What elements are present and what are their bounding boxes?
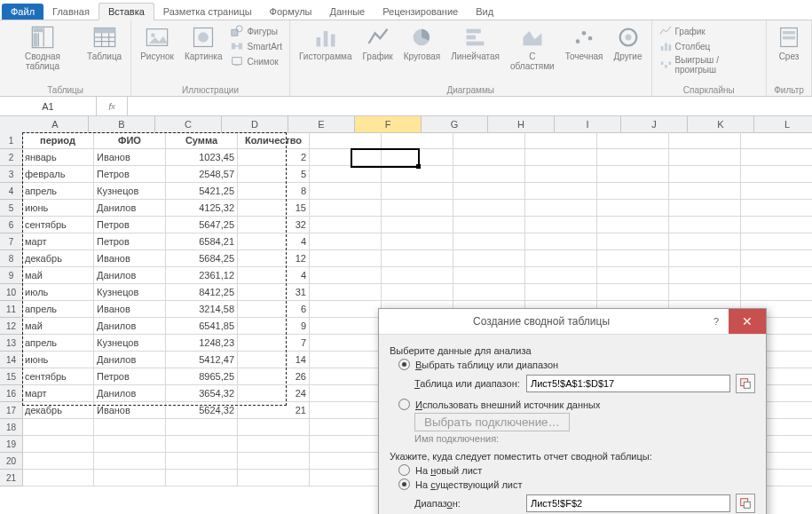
cell[interactable]: сентябрь [22,368,94,385]
col-header-L[interactable]: L [754,116,812,133]
cell[interactable]: Иванов [94,250,166,267]
tab-0[interactable]: Главная [43,4,99,20]
cell[interactable]: Петров [94,233,166,250]
cell[interactable] [741,284,812,301]
cell[interactable]: 8 [238,183,310,200]
cell[interactable] [310,368,382,385]
col-header-C[interactable]: C [155,116,222,133]
cell[interactable] [597,200,669,217]
cell[interactable]: Количество [238,132,310,149]
help-button[interactable]: ? [704,309,729,334]
cell[interactable] [741,132,812,149]
cell[interactable] [310,402,382,419]
cell[interactable] [310,318,382,335]
cell[interactable] [525,217,597,233]
tab-1[interactable]: Вставка [99,3,154,20]
cell[interactable] [166,453,238,470]
radio-external[interactable]: Использовать внешний источник данных [398,399,755,410]
cell[interactable] [669,284,741,301]
chart-area-button[interactable]: С областями [507,22,558,73]
tab-2[interactable]: Разметка страницы [154,4,261,20]
cell[interactable] [669,183,741,200]
cell[interactable] [741,250,812,267]
cell[interactable] [453,132,525,149]
cell[interactable] [310,436,382,453]
cell[interactable]: 4 [238,233,310,250]
table-button[interactable]: Таблица [83,22,125,64]
cell[interactable] [310,217,382,233]
cell[interactable] [597,149,669,166]
row-header-5[interactable]: 5 [0,200,23,217]
cell[interactable]: 1023,45 [166,149,238,166]
cell[interactable] [525,132,597,149]
cell[interactable] [525,166,597,183]
cell[interactable] [166,419,238,436]
cell[interactable] [453,267,525,284]
cell[interactable] [669,233,741,250]
tab-5[interactable]: Рецензирование [374,4,467,20]
cell[interactable]: 7 [238,335,310,352]
row-header-21[interactable]: 21 [0,470,23,486]
cell[interactable] [525,149,597,166]
cell[interactable]: декабрь [22,250,94,267]
col-header-G[interactable]: G [422,116,488,133]
cell[interactable]: Данилов [94,352,166,368]
radio-new-sheet[interactable]: На новый лист [398,464,755,476]
cell[interactable]: июнь [22,352,94,368]
cell[interactable]: 5647,25 [166,217,238,233]
sparkline-col-button[interactable]: Столбец [658,39,761,53]
cell[interactable] [669,250,741,267]
cell[interactable]: 1248,23 [166,335,238,352]
cell[interactable] [238,453,310,470]
cell[interactable] [525,267,597,284]
chart-other-button[interactable]: Другие [610,22,645,64]
cell[interactable] [310,250,382,267]
cell[interactable]: апрель [22,301,94,318]
cell[interactable] [382,149,453,166]
cell[interactable]: Кузнецов [94,284,166,301]
cell[interactable] [597,267,669,284]
cell[interactable]: 2 [238,149,310,166]
cell[interactable] [238,419,310,436]
select-all-corner[interactable] [0,116,23,133]
location-input[interactable] [526,494,730,512]
cell[interactable] [453,149,525,166]
cell[interactable]: 3214,58 [166,301,238,318]
cell[interactable] [94,453,166,470]
row-header-14[interactable]: 14 [0,352,23,368]
tab-3[interactable]: Формулы [261,4,321,20]
cell[interactable] [669,132,741,149]
cell[interactable] [741,267,812,284]
cell[interactable] [741,200,812,217]
cell[interactable] [453,233,525,250]
cell[interactable]: 8965,25 [166,368,238,385]
cell[interactable] [382,267,453,284]
row-header-6[interactable]: 6 [0,217,23,233]
row-header-13[interactable]: 13 [0,335,23,352]
cell[interactable]: март [22,385,94,402]
tab-file[interactable]: Файл [2,4,43,20]
cell[interactable] [453,200,525,217]
cell[interactable] [310,352,382,368]
col-header-A[interactable]: A [22,116,89,133]
cell[interactable]: 5412,47 [166,352,238,368]
row-header-15[interactable]: 15 [0,368,23,385]
col-header-E[interactable]: E [288,116,355,133]
cell[interactable] [453,250,525,267]
fx-icon[interactable]: fx [97,97,128,115]
cell[interactable] [94,470,166,486]
cell[interactable]: Данилов [94,385,166,402]
cell[interactable]: май [22,267,94,284]
clipart-button[interactable]: Картинка [181,22,226,64]
cell[interactable] [310,267,382,284]
cell[interactable] [597,284,669,301]
col-header-D[interactable]: D [222,116,288,133]
cell[interactable]: 21 [238,402,310,419]
cell[interactable]: февраль [22,166,94,183]
cell[interactable]: апрель [22,183,94,200]
cell[interactable] [310,166,382,183]
cell[interactable] [382,250,453,267]
cell[interactable] [597,233,669,250]
cell[interactable]: 4125,32 [166,200,238,217]
cell[interactable]: июль [22,284,94,301]
